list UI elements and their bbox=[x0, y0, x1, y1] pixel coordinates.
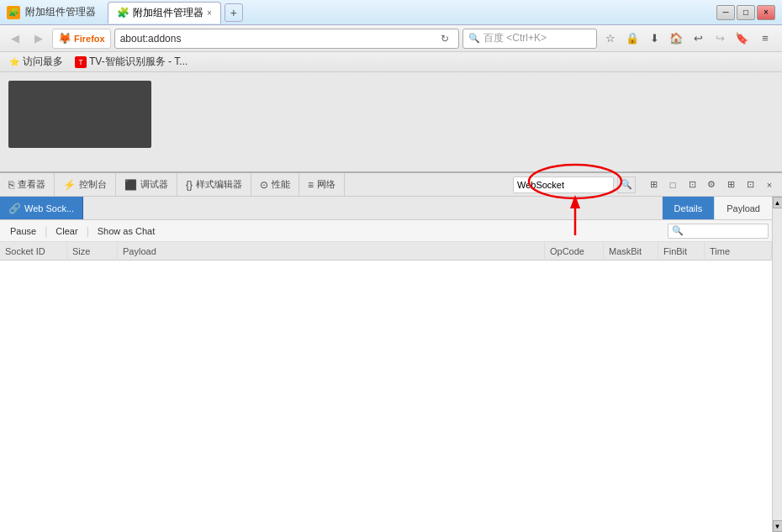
websocket-tab-label: Web Sock... bbox=[24, 203, 74, 213]
devtools-tab-debugger[interactable]: ⬛ 调试器 bbox=[116, 173, 177, 197]
toolbar-close-button[interactable]: × bbox=[760, 176, 779, 194]
shield-icon-button[interactable]: 🔒 bbox=[622, 29, 642, 49]
tab-area: 🧩 附加组件管理器 × + bbox=[108, 2, 243, 24]
bookmark-label-tv: TV-智能识别服务 - T... bbox=[89, 55, 188, 69]
separator2: | bbox=[87, 225, 89, 237]
col-maskbit: MaskBit bbox=[604, 242, 658, 261]
bookmark-tv-favicon: T bbox=[75, 56, 87, 68]
ws-toolbar: Pause | Clear | Show as Chat 🔍 bbox=[0, 220, 772, 242]
back-arrow-button[interactable]: ↩ bbox=[688, 29, 708, 49]
payload-tab[interactable]: Payload bbox=[714, 197, 772, 219]
websocket-search-input[interactable] bbox=[513, 176, 614, 193]
toolbar-icon-panel[interactable]: ⊡ bbox=[683, 176, 701, 194]
tab-close-button[interactable]: × bbox=[207, 8, 212, 18]
scrollbar-right[interactable]: ▲ ▼ bbox=[772, 197, 782, 532]
devtools-toolbar: ⎘ 查看器 ⚡ 控制台 ⬛ 调试器 {} 样式编辑器 ⊙ 性能 ≡ 网络 bbox=[0, 173, 782, 197]
menu-button[interactable]: ≡ bbox=[753, 29, 777, 49]
col-time-label: Time bbox=[710, 246, 730, 256]
websocket-search-area: 🔍 bbox=[508, 176, 641, 193]
ws-filter-input-container[interactable]: 🔍 bbox=[668, 224, 769, 239]
inspector-label: 查看器 bbox=[18, 178, 45, 191]
refresh-button[interactable]: ↻ bbox=[436, 30, 453, 47]
nav-bar: ◀ ▶ 🦊 Firefox about:addons ↻ 🔍 百度 <Ctrl+… bbox=[0, 25, 782, 52]
col-opcode-label: OpCode bbox=[550, 246, 584, 256]
websocket-search-button[interactable]: 🔍 bbox=[617, 176, 636, 193]
address-text: about:addons bbox=[120, 33, 436, 45]
bookmark-star-button[interactable]: ☆ bbox=[600, 29, 621, 49]
devtools-container: ⎘ 查看器 ⚡ 控制台 ⬛ 调试器 {} 样式编辑器 ⊙ 性能 ≡ 网络 bbox=[0, 72, 782, 532]
addon-icon: 🧩 bbox=[7, 6, 20, 19]
forward-button[interactable]: ▶ bbox=[29, 29, 49, 49]
address-bar[interactable]: about:addons ↻ bbox=[114, 29, 459, 49]
col-size: Size bbox=[67, 242, 118, 261]
debugger-label: 调试器 bbox=[140, 178, 168, 191]
scrollbar-up-button[interactable]: ▲ bbox=[773, 197, 783, 208]
websocket-active-tab[interactable]: 🔗 Web Sock... bbox=[0, 197, 83, 219]
toolbar-icon-window[interactable]: □ bbox=[663, 176, 682, 194]
search-icon: 🔍 bbox=[468, 33, 480, 44]
bookmark-label-most-visited: 访问最多 bbox=[23, 55, 63, 69]
toolbar-icon-grid[interactable]: ⊞ bbox=[644, 176, 663, 194]
tab-icon: 🧩 bbox=[117, 7, 129, 18]
back-button[interactable]: ◀ bbox=[5, 29, 25, 49]
toolbar-icon-copy[interactable]: ⊞ bbox=[721, 176, 740, 194]
home-button[interactable]: 🏠 bbox=[666, 29, 686, 49]
window-controls: ─ □ × bbox=[716, 5, 775, 20]
devtools-tab-performance[interactable]: ⊙ 性能 bbox=[251, 173, 299, 197]
bookmark-item-most-visited[interactable]: ⭐ 访问最多 bbox=[5, 53, 66, 71]
col-finbit: FinBit bbox=[658, 242, 705, 261]
devtools-tab-network[interactable]: ≡ 网络 bbox=[299, 173, 345, 197]
bookmark-item-tv[interactable]: T TV-智能识别服务 - T... bbox=[71, 53, 191, 71]
search-placeholder: 百度 <Ctrl+K> bbox=[483, 31, 547, 45]
clear-button[interactable]: Clear bbox=[49, 224, 84, 238]
download-button[interactable]: ⬇ bbox=[644, 29, 664, 49]
maximize-button[interactable]: □ bbox=[737, 5, 755, 20]
network-label: 网络 bbox=[317, 178, 336, 191]
title-bar-left: 🧩 附加组件管理器 🧩 附加组件管理器 × + bbox=[7, 2, 243, 24]
network-icon: ≡ bbox=[308, 179, 314, 191]
payload-tab-label: Payload bbox=[727, 203, 760, 213]
col-size-label: Size bbox=[72, 246, 90, 256]
col-payload-label: Payload bbox=[123, 246, 156, 256]
firefox-label: Firefox bbox=[74, 34, 105, 44]
col-finbit-label: FinBit bbox=[663, 246, 687, 256]
show-as-chat-button[interactable]: Show as Chat bbox=[91, 224, 161, 238]
close-button[interactable]: × bbox=[757, 5, 775, 20]
pause-button[interactable]: Pause bbox=[3, 224, 43, 238]
devtools-content: 🔗 Web Sock... Details Payload Pause bbox=[0, 197, 772, 532]
page-area bbox=[0, 72, 782, 173]
minimize-button[interactable]: ─ bbox=[716, 5, 735, 20]
toolbar-icon-settings[interactable]: ⚙ bbox=[702, 176, 721, 194]
details-tab-label: Details bbox=[674, 203, 703, 213]
devtools-body: 🔗 Web Sock... Details Payload Pause bbox=[0, 197, 782, 532]
inspector-icon: ⎘ bbox=[8, 179, 14, 191]
search-bar[interactable]: 🔍 百度 <Ctrl+K> bbox=[462, 29, 597, 49]
style-editor-label: 样式编辑器 bbox=[196, 178, 242, 191]
bookmarks-bar: ⭐ 访问最多 T TV-智能识别服务 - T... bbox=[0, 52, 782, 72]
toolbar-actions: ⊞ □ ⊡ ⚙ ⊞ ⊡ × bbox=[641, 176, 782, 194]
ws-sub-tab-row: 🔗 Web Sock... Details Payload bbox=[0, 197, 772, 220]
col-time: Time bbox=[705, 242, 772, 261]
sub-tab-spacer bbox=[83, 197, 662, 219]
ws-table-header: Socket ID Size Payload OpCode MaskBit bbox=[0, 242, 772, 261]
details-tab[interactable]: Details bbox=[662, 197, 715, 219]
active-tab[interactable]: 🧩 附加组件管理器 × bbox=[108, 2, 221, 24]
col-socket-id-label: Socket ID bbox=[5, 246, 45, 256]
col-socket-id: Socket ID bbox=[0, 242, 67, 261]
bookmark-favicon: ⭐ bbox=[8, 56, 20, 68]
toolbar-icon-expand[interactable]: ⊡ bbox=[741, 176, 759, 194]
forward-arrow-button[interactable]: ↪ bbox=[710, 29, 730, 49]
bookmarks-button[interactable]: 🔖 bbox=[732, 29, 752, 49]
window-title: 附加组件管理器 bbox=[25, 5, 96, 19]
console-label: 控制台 bbox=[79, 178, 107, 191]
new-tab-button[interactable]: + bbox=[225, 3, 243, 22]
devtools-tab-console[interactable]: ⚡ 控制台 bbox=[55, 173, 116, 197]
devtools-tab-style-editor[interactable]: {} 样式编辑器 bbox=[177, 173, 251, 197]
websocket-tab-icon: 🔗 bbox=[8, 203, 21, 214]
devtools-tab-inspector[interactable]: ⎘ 查看器 bbox=[0, 173, 55, 197]
performance-label: 性能 bbox=[272, 178, 290, 191]
nav-icons: ☆ 🔒 ⬇ 🏠 ↩ ↪ 🔖 ≡ bbox=[600, 29, 777, 49]
performance-icon: ⊙ bbox=[260, 179, 268, 191]
col-maskbit-label: MaskBit bbox=[609, 246, 642, 256]
scrollbar-down-button[interactable]: ▼ bbox=[773, 520, 783, 532]
